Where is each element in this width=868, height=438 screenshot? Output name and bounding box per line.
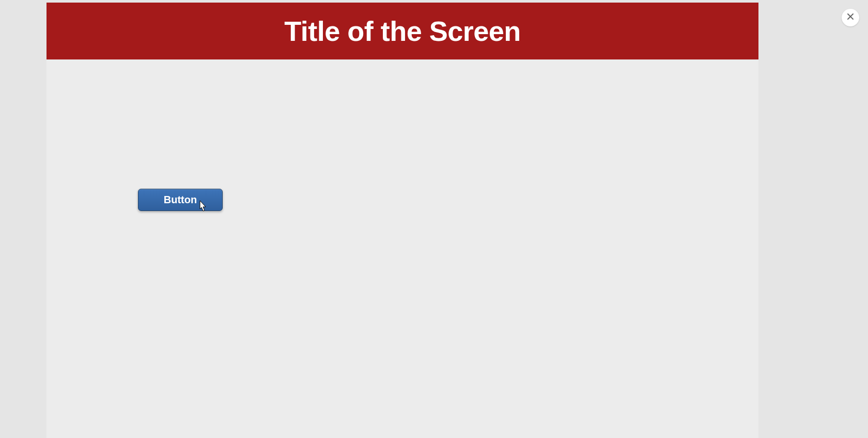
button-label: Button xyxy=(164,194,197,206)
screen-panel: Title of the Screen Button xyxy=(47,3,758,438)
header-bar: Title of the Screen xyxy=(47,3,758,59)
content-area: Button xyxy=(47,59,758,438)
close-icon xyxy=(846,12,855,23)
page-title: Title of the Screen xyxy=(284,15,521,47)
primary-button[interactable]: Button xyxy=(138,189,223,211)
close-button[interactable] xyxy=(842,9,859,26)
